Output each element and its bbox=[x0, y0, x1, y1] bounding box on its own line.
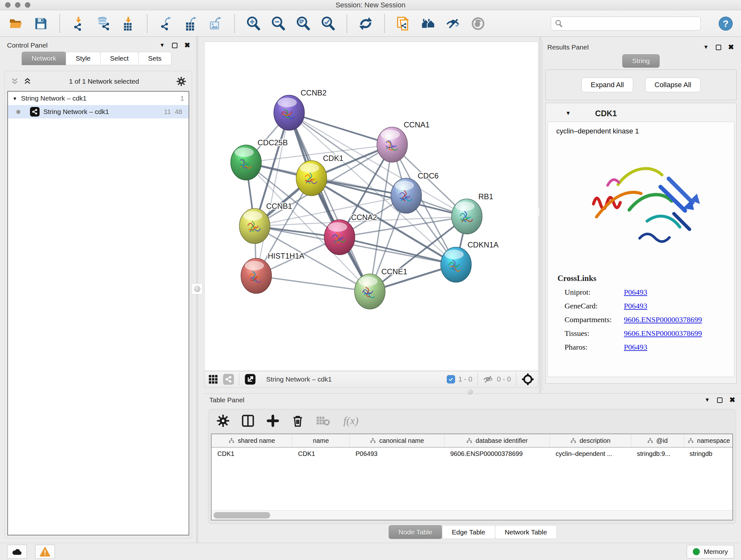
open-session-icon[interactable] bbox=[8, 16, 23, 31]
table-cell[interactable]: CDK1 bbox=[292, 448, 350, 461]
network-node-CCNB1[interactable]: CCNB1 bbox=[239, 202, 292, 244]
tab-network[interactable]: Network bbox=[22, 52, 66, 65]
import-network-from-database-icon[interactable] bbox=[96, 16, 111, 31]
table-cell[interactable]: 9606.ENSP00000378699 bbox=[445, 448, 550, 461]
float-panel-icon[interactable] bbox=[716, 45, 721, 50]
network-view-canvas[interactable]: CCNB2CCNA1CDC25BCDK1CDC6RB1CCNB1CCNA2CDK… bbox=[204, 42, 538, 371]
panel-menu-icon[interactable]: ▼ bbox=[703, 44, 709, 51]
search-box[interactable] bbox=[551, 17, 701, 30]
table-cell[interactable]: stringdb bbox=[684, 448, 733, 461]
crosslink-pharos-link[interactable]: P06493 bbox=[624, 343, 647, 352]
network-edge[interactable] bbox=[256, 276, 370, 292]
table-cell[interactable]: stringdb:9... bbox=[631, 448, 684, 461]
collection-expand-icon[interactable]: ▼ bbox=[12, 96, 17, 101]
network-node-CDK1[interactable]: CDK1 bbox=[296, 154, 343, 196]
import-network-from-file-icon[interactable] bbox=[71, 16, 86, 31]
hide-panel-icon[interactable] bbox=[446, 16, 461, 31]
network-graph[interactable]: CCNB2CCNA1CDC25BCDK1CDC6RB1CCNB1CCNA2CDK… bbox=[205, 42, 538, 371]
manage-networks-icon[interactable] bbox=[421, 16, 436, 31]
birds-eye-view-icon[interactable] bbox=[522, 373, 534, 386]
network-node-CDKN1A[interactable]: CDKN1A bbox=[441, 240, 498, 282]
toolbar-separator bbox=[347, 14, 347, 33]
crosslink-tissues-link[interactable]: 9606.ENSP00000378699 bbox=[624, 329, 702, 338]
panel-menu-icon[interactable]: ▼ bbox=[159, 42, 165, 49]
scrollbar-thumb[interactable] bbox=[213, 512, 270, 518]
collapse-all-button[interactable]: Collapse All bbox=[645, 78, 700, 92]
table-options-gear-icon[interactable] bbox=[217, 415, 229, 427]
create-column-icon[interactable] bbox=[266, 415, 279, 427]
export-network-icon[interactable] bbox=[158, 16, 174, 31]
clone-network-icon[interactable] bbox=[396, 16, 411, 31]
table-horizontal-scrollbar[interactable] bbox=[212, 510, 732, 520]
save-session-icon[interactable] bbox=[33, 16, 49, 31]
hidden-counts: 0 - 0 bbox=[497, 375, 511, 383]
column-header[interactable]: @id bbox=[631, 434, 684, 447]
crosslink-compartments-link[interactable]: 9606.ENSP00000378699 bbox=[624, 315, 702, 324]
show-columns-icon[interactable] bbox=[242, 415, 254, 427]
table-row[interactable]: CDK1CDK1P064939606.ENSP00000378699cyclin… bbox=[212, 448, 732, 461]
float-panel-icon[interactable] bbox=[172, 43, 178, 48]
tab-edge-table[interactable]: Edge Table bbox=[442, 525, 495, 539]
crosslink-uniprot-link[interactable]: P06493 bbox=[624, 288, 647, 297]
help-button[interactable]: ? bbox=[719, 17, 733, 30]
left-splitter-handle[interactable] bbox=[192, 284, 203, 294]
zoom-selected-icon[interactable] bbox=[320, 16, 336, 31]
collapse-all-chevrons-icon[interactable] bbox=[10, 77, 19, 85]
column-header[interactable]: name bbox=[292, 434, 350, 447]
export-image-icon[interactable] bbox=[208, 16, 223, 31]
float-panel-icon[interactable] bbox=[717, 397, 723, 403]
column-header[interactable]: canonical name bbox=[350, 434, 445, 447]
import-table-from-file-icon[interactable] bbox=[121, 16, 136, 31]
close-panel-icon[interactable]: ✖ bbox=[730, 396, 735, 403]
show-panel-icon[interactable] bbox=[470, 16, 486, 31]
table-cell[interactable]: cyclin–dependent ... bbox=[550, 448, 631, 461]
network-edge[interactable] bbox=[289, 113, 370, 292]
zoom-fit-icon[interactable] bbox=[295, 16, 311, 31]
expand-all-chevrons-icon[interactable] bbox=[23, 77, 31, 85]
warnings-button[interactable] bbox=[35, 545, 55, 559]
network-node-RB1[interactable]: RB1 bbox=[452, 192, 493, 234]
network-collection-row[interactable]: ▼ String Network – cdk1 1 bbox=[8, 91, 189, 105]
toolbar-separator bbox=[234, 14, 235, 33]
selected-nodes-checkbox[interactable] bbox=[447, 375, 455, 383]
column-header[interactable]: shared name bbox=[212, 434, 292, 447]
apply-layout-icon[interactable] bbox=[358, 16, 374, 31]
memory-button[interactable]: Memory bbox=[687, 545, 734, 558]
cloud-services-button[interactable] bbox=[7, 545, 27, 559]
function-builder-icon[interactable]: f(x) bbox=[342, 415, 362, 427]
search-input[interactable] bbox=[565, 20, 697, 27]
expand-all-button[interactable]: Expand All bbox=[582, 78, 633, 92]
column-header[interactable]: database identifier bbox=[445, 434, 550, 447]
export-table-icon[interactable] bbox=[183, 16, 199, 31]
entry-collapse-icon[interactable]: ▼ bbox=[565, 110, 571, 117]
tab-sets[interactable]: Sets bbox=[138, 52, 172, 65]
tab-string[interactable]: String bbox=[622, 54, 660, 68]
network-node-CCNE1[interactable]: CCNE1 bbox=[354, 267, 407, 309]
zoom-out-icon[interactable] bbox=[271, 16, 286, 31]
delete-table-icon[interactable] bbox=[316, 415, 330, 427]
zoom-in-icon[interactable] bbox=[246, 16, 261, 31]
delete-column-icon[interactable] bbox=[291, 415, 304, 427]
network-node-CCNB2[interactable]: CCNB2 bbox=[274, 88, 327, 130]
grid-view-icon[interactable] bbox=[208, 374, 218, 384]
network-edge[interactable] bbox=[289, 113, 392, 145]
results-panel-title: Results Panel bbox=[547, 44, 589, 51]
column-header[interactable]: description bbox=[550, 434, 631, 447]
network-node-CCNA1[interactable]: CCNA1 bbox=[377, 120, 429, 162]
tab-network-table[interactable]: Network Table bbox=[495, 525, 557, 539]
table-cell[interactable]: P06493 bbox=[350, 448, 445, 461]
close-panel-icon[interactable]: ✖ bbox=[728, 44, 734, 51]
open-in-new-window-icon[interactable] bbox=[245, 374, 256, 385]
crosslink-genecard-link[interactable]: P06493 bbox=[624, 302, 647, 310]
memory-label: Memory bbox=[704, 548, 728, 556]
column-header[interactable]: namespace bbox=[684, 434, 733, 447]
network-node-HIST1H1A[interactable]: HIST1H1A bbox=[241, 252, 305, 294]
close-panel-icon[interactable]: ✖ bbox=[185, 42, 190, 49]
tab-select[interactable]: Select bbox=[100, 52, 138, 65]
tab-node-table[interactable]: Node Table bbox=[389, 525, 442, 539]
table-cell[interactable]: CDK1 bbox=[212, 448, 292, 461]
network-options-gear-icon[interactable] bbox=[177, 77, 186, 86]
network-row-selected[interactable]: String Network – cdk1 11 48 bbox=[8, 105, 189, 118]
panel-menu-icon[interactable]: ▼ bbox=[704, 397, 710, 403]
tab-style[interactable]: Style bbox=[66, 52, 100, 65]
